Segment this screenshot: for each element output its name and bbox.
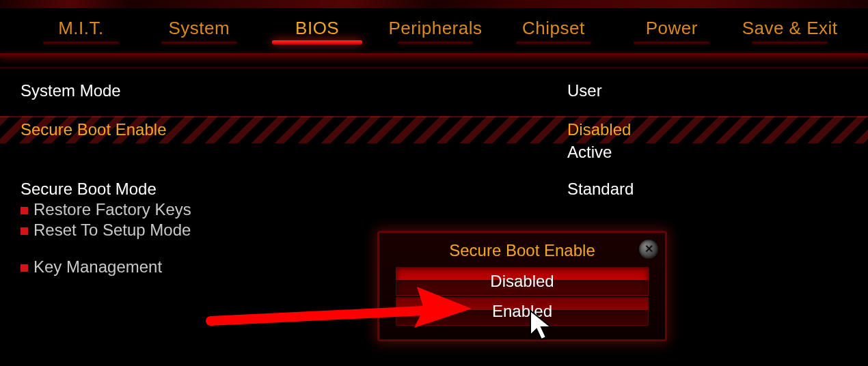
top-bar: M.I.T. System BIOS Peripherals Chipset P… (0, 0, 868, 71)
popup-header: Secure Boot Enable ✕ (379, 233, 665, 267)
tab-label: Power (646, 18, 698, 38)
row-system-mode[interactable]: System Mode User (21, 81, 847, 101)
tab-underline (398, 42, 474, 44)
popup-options: Disabled Enabled (379, 267, 665, 339)
value-secure-boot-state: Active (567, 143, 612, 162)
option-label: Disabled (490, 272, 554, 291)
tab-power[interactable]: Power (612, 18, 731, 43)
option-label: Enabled (492, 302, 552, 321)
close-icon: ✕ (645, 244, 653, 255)
row-restore-factory-keys[interactable]: Restore Factory Keys (21, 199, 847, 220)
divider-bar (0, 53, 868, 59)
submenu-marker-icon (21, 264, 28, 272)
tab-row: M.I.T. System BIOS Peripherals Chipset P… (0, 12, 868, 48)
tab-label: Chipset (522, 18, 585, 38)
submenu-marker-icon (21, 207, 28, 214)
tab-label: Save & Exit (742, 18, 838, 38)
tab-underline (272, 40, 362, 44)
label-restore-factory-keys: Restore Factory Keys (21, 200, 567, 219)
value-secure-boot-enable: Disabled (567, 120, 631, 139)
tab-label: M.I.T. (58, 18, 104, 38)
tab-chipset[interactable]: Chipset (494, 18, 612, 43)
text-key-management: Key Management (33, 257, 162, 276)
option-disabled[interactable]: Disabled (396, 267, 649, 296)
text-reset-setup-mode: Reset To Setup Mode (33, 221, 191, 239)
tab-peripherals[interactable]: Peripherals (377, 18, 495, 43)
tab-save-exit[interactable]: Save & Exit (731, 18, 849, 43)
label-system-mode: System Mode (21, 81, 567, 100)
label-secure-boot-enable: Secure Boot Enable (21, 120, 567, 139)
submenu-marker-icon (21, 227, 28, 235)
tab-system[interactable]: System (140, 18, 258, 43)
value-system-mode: User (567, 81, 602, 100)
top-ribbon (0, 0, 868, 8)
row-secure-boot-enable[interactable]: Secure Boot Enable Disabled (21, 117, 847, 142)
label-secure-boot-mode: Secure Boot Mode (21, 180, 567, 199)
row-secure-boot-state: Active (21, 142, 847, 163)
close-button[interactable]: ✕ (639, 240, 658, 259)
divider-bar-thin (0, 67, 868, 69)
tab-underline (516, 42, 592, 44)
tab-underline (752, 42, 828, 44)
option-enabled[interactable]: Enabled (396, 297, 649, 326)
tab-label: Peripherals (389, 18, 483, 38)
tab-mit[interactable]: M.I.T. (22, 18, 140, 43)
tab-bios[interactable]: BIOS (258, 18, 377, 43)
text-restore-factory-keys: Restore Factory Keys (33, 200, 191, 219)
tab-label: System (168, 18, 230, 38)
tab-underline (43, 42, 119, 44)
tab-label: BIOS (295, 18, 339, 38)
row-secure-boot-mode[interactable]: Secure Boot Mode Standard (21, 179, 847, 199)
popup-secure-boot-enable: Secure Boot Enable ✕ Disabled Enabled (377, 231, 667, 341)
tab-underline (634, 42, 709, 44)
tab-underline (161, 42, 237, 44)
value-secure-boot-mode: Standard (567, 180, 634, 199)
popup-title: Secure Boot Enable (449, 241, 595, 259)
